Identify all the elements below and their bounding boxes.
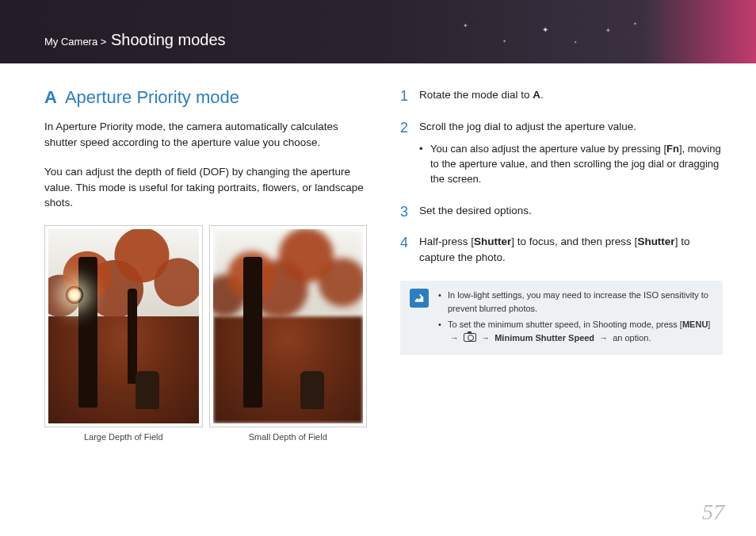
step-1: Rotate the mode dial to A. [400, 87, 723, 103]
header-decoration: ✦ ✦ ✦ ✦ ✦ ✦ [455, 16, 661, 56]
note-item-1: In low-light settings, you may need to i… [438, 289, 713, 315]
note-list: In low-light settings, you may need to i… [438, 289, 713, 347]
breadcrumb-section: Shooting modes [111, 31, 226, 48]
example-images: Large Depth of Field Small Depth of Fiel… [44, 225, 367, 442]
caption-small-dof: Small Depth of Field [209, 432, 368, 442]
intro-paragraph-1: In Aperture Priority mode, the camera au… [44, 119, 367, 150]
section-title: A Aperture Priority mode [44, 87, 367, 108]
intro-paragraph-2: You can adjust the depth of field (DOF) … [44, 164, 367, 211]
step-list: Rotate the mode dial to A. Scroll the jo… [400, 87, 723, 265]
image-large-dof: Large Depth of Field [44, 225, 203, 442]
left-column: A Aperture Priority mode In Aperture Pri… [44, 87, 367, 442]
aperture-mode-icon: A [44, 87, 57, 108]
content: A Aperture Priority mode In Aperture Pri… [0, 63, 756, 442]
caption-large-dof: Large Depth of Field [44, 432, 203, 442]
image-small-dof: Small Depth of Field [209, 225, 368, 442]
breadcrumb-sep: > [101, 36, 107, 48]
page-number: 57 [702, 500, 724, 525]
fn-button-icon: Fn [666, 143, 679, 155]
breadcrumb: My Camera > Shooting modes [44, 31, 226, 49]
camera-icon [464, 333, 476, 342]
note-box: In low-light settings, you may need to i… [400, 281, 723, 355]
arrow-icon: → [450, 331, 459, 345]
section-title-text: Aperture Priority mode [65, 87, 239, 108]
right-column: Rotate the mode dial to A. Scroll the jo… [400, 87, 723, 442]
step-2-sub: You can also adjust the aperture value b… [419, 142, 723, 187]
step-3: Set the desired options. [400, 203, 723, 219]
mode-a-icon: A [533, 89, 540, 101]
note-icon [410, 289, 429, 308]
step-4: Half-press [Shutter] to focus, and then … [400, 234, 723, 265]
breadcrumb-root: My Camera [44, 36, 97, 48]
arrow-icon: → [481, 331, 490, 345]
menu-button-icon: MENU [682, 320, 708, 329]
arrow-icon: → [599, 331, 608, 345]
page-header: ✦ ✦ ✦ ✦ ✦ ✦ My Camera > Shooting modes [0, 0, 756, 63]
note-item-2: To set the minimum shutter speed, in Sho… [438, 318, 713, 344]
step-2: Scroll the jog dial to adjust the apertu… [400, 119, 723, 187]
